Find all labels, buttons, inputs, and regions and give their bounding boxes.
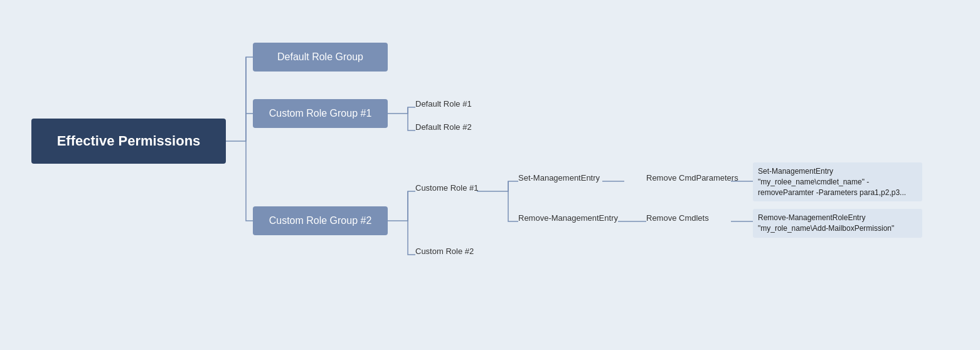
remove-cmd-params-label: Remove CmdParameters (646, 173, 738, 183)
rem-mgmt-label: Remove-ManagementEntry (518, 213, 618, 223)
cr2-label: Custom Role #2 (415, 247, 474, 256)
dr1-label: Default Role #1 (415, 99, 472, 109)
action-remove-cmd-params: Remove CmdParameters (646, 173, 738, 183)
cmd-rem-mgmt: Remove-ManagementEntry (518, 213, 618, 223)
description-1: Set-ManagementEntry "my_rolee_name\cmdle… (753, 162, 922, 201)
role-default-2: Default Role #2 (415, 122, 472, 132)
rg2-label: Custom Role Group #1 (269, 108, 372, 119)
role-group-2: Custom Role Group #1 (253, 99, 388, 128)
set-mgmt-label: Set-ManagementEntry (518, 173, 600, 183)
diagram-container: Effective Permissions Default Role Group… (0, 0, 980, 350)
role-custom-2: Custom Role #2 (415, 247, 474, 256)
rg1-label: Default Role Group (277, 51, 363, 63)
role-group-1: Default Role Group (253, 43, 388, 72)
description-2: Remove-ManagementRoleEntry "my_role_name… (753, 209, 922, 238)
role-group-3: Custom Role Group #2 (253, 206, 388, 235)
desc1-text: Set-ManagementEntry "my_rolee_name\cmdle… (758, 166, 917, 198)
remove-cmdlets-label: Remove Cmdlets (646, 213, 709, 223)
rg3-label: Custom Role Group #2 (269, 215, 372, 226)
action-remove-cmdlets: Remove Cmdlets (646, 213, 709, 223)
cmd-set-mgmt: Set-ManagementEntry (518, 173, 600, 183)
root-node: Effective Permissions (31, 119, 226, 164)
desc2-text: Remove-ManagementRoleEntry "my_role_name… (758, 213, 917, 234)
dr2-label: Default Role #2 (415, 122, 472, 132)
role-default-1: Default Role #1 (415, 99, 472, 109)
role-custom-1: Custome Role #1 (415, 183, 478, 193)
root-label: Effective Permissions (57, 133, 201, 149)
cr1-label: Custome Role #1 (415, 183, 478, 193)
